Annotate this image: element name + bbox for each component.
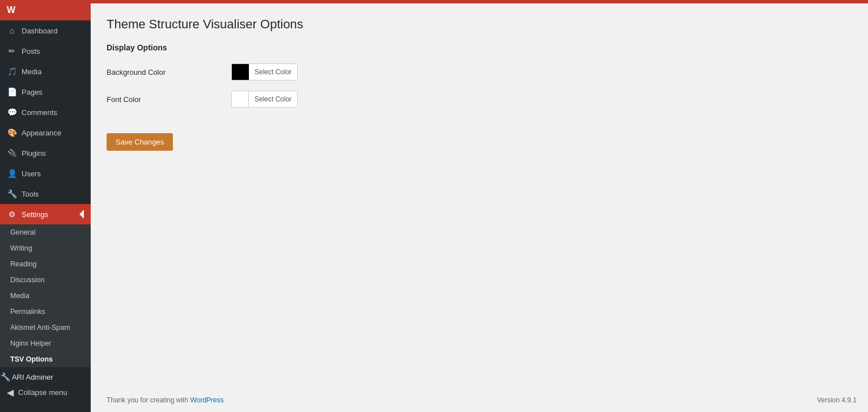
font-color-row: Font Color Select Color xyxy=(107,91,852,108)
media-icon: 🎵 xyxy=(7,66,17,77)
footer-text: Thank you for creating with WordPress xyxy=(107,396,224,404)
sub-menu-general[interactable]: General xyxy=(0,224,91,240)
sub-menu-tsv[interactable]: TSV Options xyxy=(0,351,91,367)
section-title: Display Options xyxy=(107,43,852,52)
sidebar-item-label: Settings xyxy=(22,210,48,219)
sidebar-item-label: Media xyxy=(22,67,41,76)
posts-icon: ✏ xyxy=(7,46,17,56)
sidebar-item-users[interactable]: 👤 Users xyxy=(0,163,91,184)
wordpress-link[interactable]: WordPress xyxy=(190,396,223,404)
background-color-swatch xyxy=(232,64,249,80)
font-color-picker[interactable]: Select Color xyxy=(231,91,298,108)
top-bar xyxy=(0,0,868,3)
sub-menu-discussion[interactable]: Discussion xyxy=(0,272,91,288)
collapse-menu-button[interactable]: ◀ Collapse menu xyxy=(0,382,91,403)
sidebar-item-appearance[interactable]: 🎨 Appearance xyxy=(0,122,91,143)
ari-adminer-menu-item[interactable]: 🔧 ARI Adminer xyxy=(0,372,91,382)
background-color-row: Background Color Select Color xyxy=(107,63,852,80)
footer-version: Version 4.9.1 xyxy=(817,396,857,404)
sub-menu-nginx[interactable]: Nginx Helper xyxy=(0,335,91,351)
sidebar-item-posts[interactable]: ✏ Posts xyxy=(0,41,91,61)
save-changes-button[interactable]: Save Changes xyxy=(107,133,173,151)
font-color-swatch xyxy=(232,91,249,107)
plugins-icon: 🔌 xyxy=(7,148,17,158)
ari-adminer-icon: 🔧 xyxy=(0,372,10,382)
sidebar-item-label: Pages xyxy=(22,88,43,96)
sidebar-item-media[interactable]: 🎵 Media xyxy=(0,61,91,82)
font-color-select-button[interactable]: Select Color xyxy=(249,91,297,107)
sidebar-item-label: Appearance xyxy=(22,129,61,137)
sidebar-item-label: Comments xyxy=(22,108,57,117)
background-color-select-button[interactable]: Select Color xyxy=(249,64,297,80)
background-color-picker[interactable]: Select Color xyxy=(231,63,298,80)
background-color-label: Background Color xyxy=(107,68,231,77)
sidebar-item-dashboard[interactable]: ⌂ Dashboard xyxy=(0,20,91,41)
sidebar-item-label: Tools xyxy=(22,190,39,198)
main-content: Theme Structure Visualiser Options Displ… xyxy=(91,3,868,412)
sidebar-item-tools[interactable]: 🔧 Tools xyxy=(0,184,91,204)
collapse-icon: ◀ xyxy=(7,387,14,398)
sidebar-menu: ⌂ Dashboard ✏ Posts 🎵 Media 📄 Pages 💬 Co… xyxy=(0,20,91,224)
active-indicator xyxy=(79,210,84,219)
sidebar-item-label: Dashboard xyxy=(22,27,58,35)
sidebar-item-comments[interactable]: 💬 Comments xyxy=(0,102,91,122)
dashboard-icon: ⌂ xyxy=(7,26,17,36)
wp-logo: W xyxy=(7,5,15,15)
font-color-label: Font Color xyxy=(107,95,231,104)
sub-menu-akismet[interactable]: Akismet Anti-Spam xyxy=(0,320,91,335)
sidebar-item-label: Plugins xyxy=(22,149,46,158)
comments-icon: 💬 xyxy=(7,107,17,117)
page-title: Theme Structure Visualiser Options xyxy=(107,17,852,32)
tools-icon: 🔧 xyxy=(7,189,17,199)
settings-icon: ⚙ xyxy=(7,209,17,219)
users-icon: 👤 xyxy=(7,168,17,179)
sidebar-item-plugins[interactable]: 🔌 Plugins xyxy=(0,143,91,163)
sidebar: W ⌂ Dashboard ✏ Posts 🎵 Media 📄 Pages 💬 … xyxy=(0,0,91,412)
collapse-menu-label: Collapse menu xyxy=(18,388,67,397)
ari-adminer-label: ARI Adminer xyxy=(12,373,53,381)
appearance-icon: 🎨 xyxy=(7,128,17,138)
footer-prefix: Thank you for creating with xyxy=(107,396,190,404)
sub-menu-permalinks[interactable]: Permalinks xyxy=(0,304,91,320)
pages-icon: 📄 xyxy=(7,87,17,97)
sidebar-item-pages[interactable]: 📄 Pages xyxy=(0,82,91,102)
sidebar-item-label: Posts xyxy=(22,47,40,56)
sub-menu-media[interactable]: Media xyxy=(0,288,91,304)
settings-sub-menu: General Writing Reading Discussion Media… xyxy=(0,224,91,367)
sub-menu-reading[interactable]: Reading xyxy=(0,256,91,272)
sidebar-item-label: Users xyxy=(22,169,41,178)
sub-menu-writing[interactable]: Writing xyxy=(0,240,91,256)
sidebar-item-settings[interactable]: ⚙ Settings xyxy=(0,204,91,224)
